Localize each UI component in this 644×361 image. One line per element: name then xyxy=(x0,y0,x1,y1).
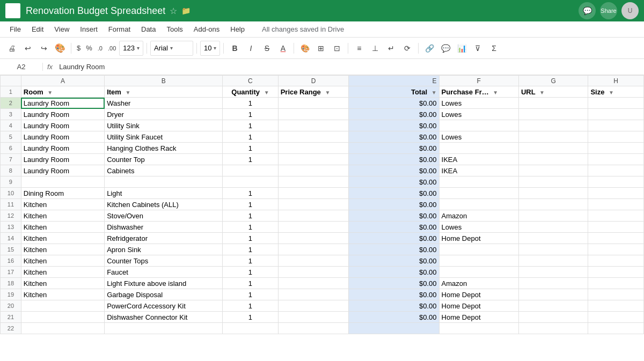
cell-f18[interactable]: Amazon xyxy=(439,278,518,289)
cell-b2[interactable]: Washer xyxy=(105,98,223,109)
cell-d8[interactable] xyxy=(278,165,349,176)
cell-h15[interactable] xyxy=(588,244,644,255)
cell-a22[interactable] xyxy=(21,323,104,334)
cell-h22[interactable] xyxy=(588,323,644,334)
cell-d15[interactable] xyxy=(278,244,349,255)
cell-b15[interactable]: Apron Sink xyxy=(105,244,223,255)
cell-h5[interactable] xyxy=(588,131,644,143)
cell-c20[interactable]: 1 xyxy=(223,300,279,312)
cell-g1[interactable]: URL ▼ xyxy=(518,86,588,98)
decimal-less[interactable]: .0 xyxy=(96,45,105,51)
cell-b10[interactable]: Light xyxy=(105,188,223,199)
italic-button[interactable]: I xyxy=(243,41,258,56)
cell-d19[interactable] xyxy=(278,289,349,300)
cell-b12[interactable]: Stove/Oven xyxy=(105,210,223,222)
percent-format[interactable]: % xyxy=(84,44,94,52)
cell-h11[interactable] xyxy=(588,199,644,210)
font-dropdown[interactable]: Arial▾ xyxy=(150,41,193,56)
cell-e2[interactable]: $0.00 xyxy=(349,98,439,109)
menu-tools[interactable]: Tools xyxy=(162,23,187,35)
cell-h2[interactable] xyxy=(588,98,644,109)
dollar-format[interactable]: $ xyxy=(75,44,83,52)
functions-button[interactable]: Σ xyxy=(486,41,501,56)
cell-e11[interactable]: $0.00 xyxy=(349,199,439,210)
align-left-button[interactable]: ≡ xyxy=(352,41,367,56)
cell-h14[interactable] xyxy=(588,233,644,244)
filter-button[interactable]: ⊽ xyxy=(470,41,485,56)
cell-c13[interactable]: 1 xyxy=(223,222,279,233)
cell-f14[interactable]: Home Depot xyxy=(439,233,518,244)
cell-e13[interactable]: $0.00 xyxy=(349,222,439,233)
cell-e21[interactable]: $0.00 xyxy=(349,312,439,323)
strikethrough-button[interactable]: S xyxy=(259,41,274,56)
cell-b8[interactable]: Cabinets xyxy=(105,165,223,176)
cell-c16[interactable]: 1 xyxy=(223,255,279,267)
cell-f9[interactable] xyxy=(439,176,518,188)
cell-f5[interactable]: Lowes xyxy=(439,131,518,143)
cell-b1[interactable]: Item ▼ xyxy=(105,86,223,98)
cell-g17[interactable] xyxy=(518,267,588,278)
col-header-e[interactable]: E xyxy=(349,76,439,86)
menu-view[interactable]: View xyxy=(50,23,74,35)
cell-h17[interactable] xyxy=(588,267,644,278)
cell-g4[interactable] xyxy=(518,120,588,131)
cell-f16[interactable] xyxy=(439,255,518,267)
cell-f12[interactable]: Amazon xyxy=(439,210,518,222)
cell-d9[interactable] xyxy=(278,176,349,188)
menu-edit[interactable]: Edit xyxy=(27,23,48,35)
cell-h8[interactable] xyxy=(588,165,644,176)
menu-addons[interactable]: Add-ons xyxy=(189,23,224,35)
cell-g21[interactable] xyxy=(518,312,588,323)
formula-content[interactable]: Laundry Room xyxy=(57,63,644,71)
cell-f20[interactable]: Home Depot xyxy=(439,300,518,312)
cell-g20[interactable] xyxy=(518,300,588,312)
star-icon[interactable]: ☆ xyxy=(170,6,177,16)
cell-g10[interactable] xyxy=(518,188,588,199)
col-header-a[interactable]: A xyxy=(21,76,104,86)
cell-d7[interactable] xyxy=(278,154,349,165)
cell-e20[interactable]: $0.00 xyxy=(349,300,439,312)
cell-d2[interactable] xyxy=(278,98,349,109)
cell-e9[interactable]: $0.00 xyxy=(349,176,439,188)
cell-b3[interactable]: Dryer xyxy=(105,109,223,120)
cell-b6[interactable]: Hanging Clothes Rack xyxy=(105,143,223,154)
rotate-button[interactable]: ⟳ xyxy=(400,41,415,56)
col-header-b[interactable]: B xyxy=(105,76,223,86)
cell-c19[interactable]: 1 xyxy=(223,289,279,300)
cell-a18[interactable]: Kitchen xyxy=(21,278,104,289)
menu-data[interactable]: Data xyxy=(137,23,160,35)
cell-e5[interactable]: $0.00 xyxy=(349,131,439,143)
cell-c5[interactable]: 1 xyxy=(223,131,279,143)
cell-reference[interactable]: A2 xyxy=(0,63,43,71)
decimal-more[interactable]: .00 xyxy=(106,45,118,51)
col-header-f[interactable]: F xyxy=(439,76,518,86)
cell-f10[interactable] xyxy=(439,188,518,199)
cell-g22[interactable] xyxy=(518,323,588,334)
cell-f6[interactable] xyxy=(439,143,518,154)
cell-b19[interactable]: Garbage Disposal xyxy=(105,289,223,300)
menu-file[interactable]: File xyxy=(5,23,25,35)
cell-f3[interactable]: Lowes xyxy=(439,109,518,120)
cell-d5[interactable] xyxy=(278,131,349,143)
cell-e17[interactable]: $0.00 xyxy=(349,267,439,278)
cell-g8[interactable] xyxy=(518,165,588,176)
cell-g18[interactable] xyxy=(518,278,588,289)
sheet-container[interactable]: A B C D E F G H 1 Room ▼ Item ▼ xyxy=(0,75,644,361)
cell-b22[interactable] xyxy=(105,323,223,334)
cell-a17[interactable]: Kitchen xyxy=(21,267,104,278)
cell-c21[interactable]: 1 xyxy=(223,312,279,323)
cell-e18[interactable]: $0.00 xyxy=(349,278,439,289)
cell-g11[interactable] xyxy=(518,199,588,210)
cell-c10[interactable]: 1 xyxy=(223,188,279,199)
cell-e16[interactable]: $0.00 xyxy=(349,255,439,267)
cell-g16[interactable] xyxy=(518,255,588,267)
cell-g9[interactable] xyxy=(518,176,588,188)
cell-g6[interactable] xyxy=(518,143,588,154)
cell-a11[interactable]: Kitchen xyxy=(21,199,104,210)
cell-e15[interactable]: $0.00 xyxy=(349,244,439,255)
cell-b13[interactable]: Dishwasher xyxy=(105,222,223,233)
number-format-dropdown[interactable]: 123▾ xyxy=(119,41,143,56)
cell-g5[interactable] xyxy=(518,131,588,143)
cell-h10[interactable] xyxy=(588,188,644,199)
cell-f7[interactable]: IKEA xyxy=(439,154,518,165)
